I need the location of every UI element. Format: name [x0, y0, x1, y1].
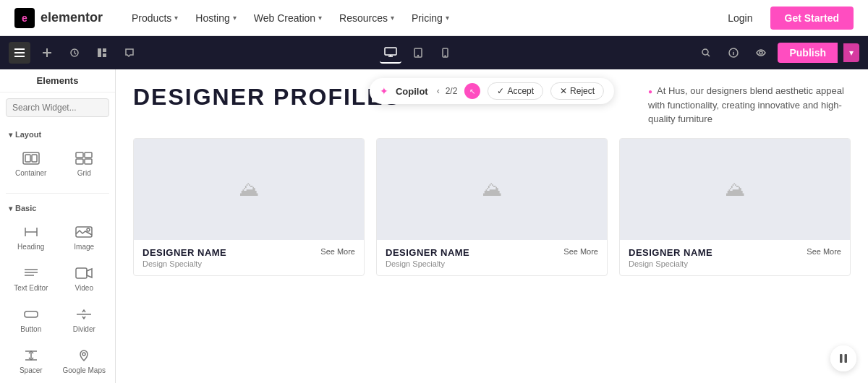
toolbar-right: Publish ▾ — [695, 42, 859, 64]
grid-icon — [74, 150, 94, 166]
svg-rect-2 — [14, 56, 25, 57]
copilot-count: 2/2 — [446, 86, 458, 96]
copilot-prev-btn[interactable]: ‹ — [435, 86, 441, 96]
card-name-1: DESIGNER NAME — [142, 247, 226, 258]
card-see-more-3[interactable]: See More — [807, 247, 841, 256]
svg-rect-0 — [14, 48, 25, 50]
sidebar-item-grid[interactable]: Grid — [59, 145, 110, 183]
canvas-inner: DESIGNER PROFILES At Hus, our designers … — [116, 69, 868, 383]
cursor-icon: ↖ — [464, 83, 480, 99]
image-placeholder-icon: ⛰ — [725, 177, 745, 201]
divider-icon — [74, 306, 94, 322]
mobile-view-btn[interactable] — [435, 42, 456, 64]
sidebar-item-button[interactable]: Button — [6, 301, 56, 339]
toolbar-history-btn[interactable] — [64, 42, 85, 64]
text-editor-label: Text Editor — [14, 284, 48, 292]
chevron-down-icon: ▾ — [174, 14, 178, 22]
svg-rect-19 — [32, 155, 37, 162]
editor-wrapper: Publish ▾ Elements Layout — [0, 36, 868, 383]
svg-rect-8 — [103, 53, 106, 57]
nav-logo[interactable]: e elementor — [14, 8, 103, 28]
sidebar-divider-1 — [6, 193, 109, 194]
copilot-reject-btn[interactable]: ✕ Reject — [550, 82, 604, 100]
chevron-down-icon: ▾ — [446, 14, 449, 22]
toolbar-info-btn[interactable] — [723, 42, 744, 64]
sidebar-item-text-editor[interactable]: Text Editor — [6, 259, 56, 298]
spacer-label: Spacer — [20, 366, 43, 374]
copilot-nav: ‹ 2/2 — [435, 86, 458, 96]
sidebar-layout-grid: Container Grid — [0, 142, 115, 186]
card-image-3: ⛰ — [620, 139, 850, 240]
sidebar-item-divider[interactable]: Divider — [59, 301, 110, 339]
toolbar-search-btn[interactable] — [695, 42, 717, 64]
nav-resources[interactable]: Resources ▾ — [339, 12, 394, 24]
image-placeholder-icon: ⛰ — [239, 177, 259, 201]
nav-pricing[interactable]: Pricing ▾ — [412, 12, 449, 24]
svg-point-13 — [445, 56, 446, 56]
svg-point-16 — [760, 51, 762, 54]
designer-card-3: ⛰ DESIGNER NAME Design Specialty See Mor… — [619, 138, 851, 276]
publish-dropdown-btn[interactable]: ▾ — [843, 43, 859, 62]
card-see-more-1[interactable]: See More — [320, 247, 355, 256]
desktop-view-btn[interactable] — [380, 42, 401, 64]
svg-rect-7 — [103, 48, 106, 52]
sidebar-layout-section: Layout Container — [0, 123, 115, 190]
text-editor-icon — [21, 265, 41, 281]
svg-rect-20 — [76, 152, 83, 158]
toolbar-view-controls — [146, 42, 689, 64]
search-input[interactable] — [6, 98, 109, 117]
toolbar-eye-btn[interactable] — [750, 42, 772, 64]
sidebar-item-google-maps[interactable]: Google Maps — [59, 342, 110, 380]
toolbar-add-btn[interactable] — [36, 42, 58, 64]
card-specialty-1: Design Specialty — [142, 259, 226, 268]
sidebar-basic-title: Basic — [0, 201, 115, 215]
sidebar-item-spacer[interactable]: Spacer — [6, 342, 56, 380]
nav-hosting[interactable]: Hosting ▾ — [195, 12, 236, 24]
video-label: Video — [75, 284, 93, 292]
logo-text: elementor — [41, 10, 103, 25]
publish-button[interactable]: Publish — [778, 43, 838, 63]
nav-web-creation[interactable]: Web Creation ▾ — [254, 12, 322, 24]
sidebar-layout-title: Layout — [0, 127, 115, 142]
card-footer-2: DESIGNER NAME Design Specialty See More — [377, 240, 607, 275]
sidebar-search — [0, 92, 115, 123]
nav-cta-button[interactable]: Get Started — [770, 7, 854, 30]
svg-rect-6 — [98, 48, 101, 57]
tablet-view-btn[interactable] — [407, 42, 429, 64]
grid-label: Grid — [77, 169, 91, 177]
designer-card-1: ⛰ DESIGNER NAME Design Specialty See Mor… — [133, 138, 365, 276]
svg-rect-29 — [76, 268, 87, 278]
toolbar-hamburger-btn[interactable] — [9, 42, 30, 64]
card-specialty-2: Design Specialty — [386, 259, 469, 268]
sidebar-header: Elements — [0, 69, 115, 92]
svg-rect-4 — [43, 52, 51, 53]
pause-button[interactable] — [830, 345, 856, 371]
card-footer-3: DESIGNER NAME Design Specialty See More — [620, 240, 850, 275]
toolbar-layout-btn[interactable] — [91, 42, 113, 64]
image-placeholder-icon: ⛰ — [482, 177, 502, 201]
designer-card-2: ⛰ DESIGNER NAME Design Specialty See Mor… — [376, 138, 608, 276]
sidebar-item-heading[interactable]: Heading — [6, 218, 56, 257]
spacer-icon — [21, 348, 41, 363]
card-specialty-3: Design Specialty — [629, 259, 712, 268]
sidebar-item-container[interactable]: Container — [6, 145, 56, 183]
copilot-icon: ✦ — [380, 85, 388, 97]
container-icon — [21, 150, 41, 166]
svg-rect-18 — [25, 155, 30, 162]
svg-rect-30 — [25, 311, 38, 317]
chevron-down-icon: ▾ — [318, 14, 322, 22]
logo-icon: e — [14, 8, 35, 28]
svg-point-11 — [417, 56, 418, 56]
sidebar-basic-section: Basic Heading — [0, 197, 115, 383]
sidebar-item-video[interactable]: Video — [59, 259, 110, 298]
nav-login[interactable]: Login — [728, 12, 752, 24]
card-image-1: ⛰ — [134, 139, 364, 240]
card-see-more-2[interactable]: See More — [563, 247, 598, 256]
heading-label: Heading — [17, 243, 44, 251]
copilot-accept-btn[interactable]: ✓ Accept — [488, 82, 543, 100]
sidebar-item-image[interactable]: Image — [59, 218, 110, 257]
google-maps-icon — [74, 348, 94, 363]
nav-products[interactable]: Products ▾ — [132, 12, 178, 24]
toolbar-comment-btn[interactable] — [119, 42, 140, 64]
copilot-bar: ✦ Copilot ‹ 2/2 ↖ ✓ Accept ✕ Reject — [370, 78, 614, 104]
